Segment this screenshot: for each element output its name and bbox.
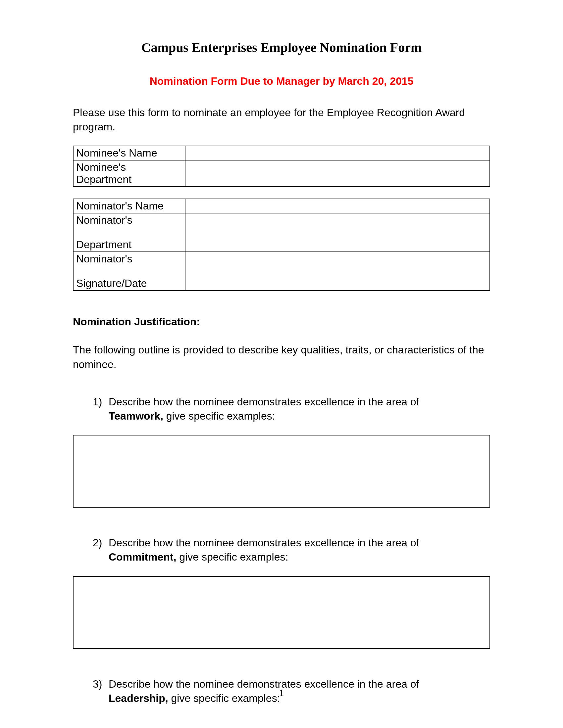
table-row: Nominator's Department <box>73 213 490 252</box>
question-2: 2)Describe how the nominee demonstrates … <box>93 536 490 564</box>
question-1: 1)Describe how the nominee demonstrates … <box>93 395 490 423</box>
nominator-name-label: Nominator's Name <box>73 199 185 213</box>
table-row: Nominator's Name <box>73 199 490 213</box>
question-1-text: 1)Describe how the nominee demonstrates … <box>93 395 490 423</box>
table-row: Nominee's Department <box>73 160 490 187</box>
nominee-name-label: Nominee's Name <box>73 146 185 160</box>
question-posttext: give specific examples: <box>163 410 275 422</box>
nominee-dept-field[interactable] <box>185 160 490 187</box>
question-pretext: Describe how the nominee demonstrates ex… <box>109 537 419 549</box>
intro-paragraph: Please use this form to nominate an empl… <box>73 106 490 134</box>
nominee-dept-label: Nominee's Department <box>73 160 185 187</box>
label-line: Nominator's <box>76 253 132 265</box>
answer-box-2[interactable] <box>73 576 490 649</box>
document-page: Campus Enterprises Employee Nomination F… <box>0 0 563 728</box>
question-bold-term: Commitment, <box>109 551 176 563</box>
nominee-name-field[interactable] <box>185 146 490 160</box>
question-pretext: Describe how the nominee demonstrates ex… <box>109 396 419 408</box>
label-line: Nominator's <box>76 214 132 226</box>
form-title: Campus Enterprises Employee Nomination F… <box>73 40 490 55</box>
justification-description: The following outline is provided to des… <box>73 343 490 371</box>
nominee-info-table: Nominee's Name Nominee's Department <box>73 146 490 187</box>
question-number: 1) <box>93 395 109 409</box>
nominator-name-field[interactable] <box>185 199 490 213</box>
nominator-info-table: Nominator's Name Nominator's Department … <box>73 199 490 291</box>
nominator-signature-field[interactable] <box>185 252 490 291</box>
nominator-signature-label: Nominator's Signature/Date <box>73 252 185 291</box>
answer-box-1[interactable] <box>73 435 490 508</box>
label-line: Department <box>76 239 131 250</box>
nominator-dept-field[interactable] <box>185 213 490 252</box>
question-2-text: 2)Describe how the nominee demonstrates … <box>93 536 490 564</box>
question-number: 2) <box>93 536 109 550</box>
question-bold-term: Teamwork, <box>109 410 163 422</box>
table-row: Nominator's Signature/Date <box>73 252 490 291</box>
question-posttext: give specific examples: <box>176 551 288 563</box>
page-number: 1 <box>0 687 563 698</box>
nominator-dept-label: Nominator's Department <box>73 213 185 252</box>
due-date-line: Nomination Form Due to Manager by March … <box>73 75 490 87</box>
table-row: Nominee's Name <box>73 146 490 160</box>
justification-heading: Nomination Justification: <box>73 316 490 328</box>
label-line: Signature/Date <box>76 277 147 289</box>
